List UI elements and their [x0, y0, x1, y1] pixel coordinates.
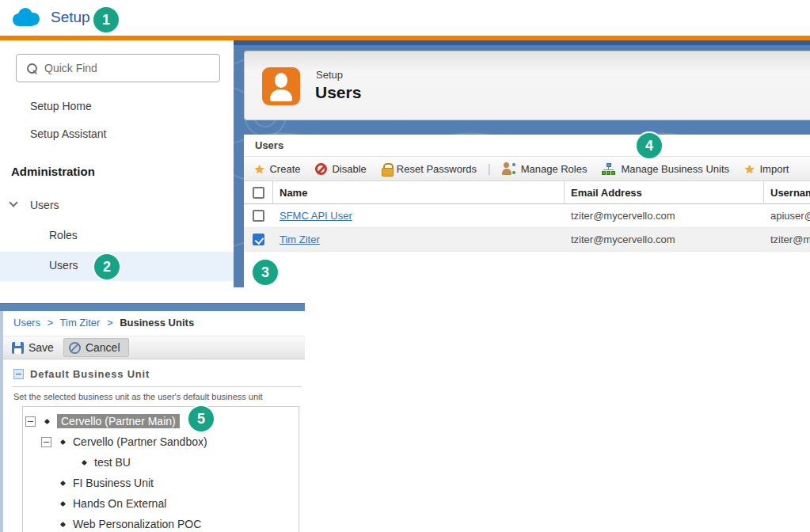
- table-row-tim-ziter[interactable]: Tim Ziter tziter@mycervello.com tziter@m: [244, 228, 810, 252]
- collapse-section-icon[interactable]: [13, 369, 24, 379]
- sidebar-group-users[interactable]: Users: [30, 199, 59, 211]
- header-eyebrow: Setup: [316, 69, 343, 81]
- tree-node-web-personalization-poc[interactable]: Web Personalization POC: [23, 514, 299, 532]
- tree-node-label[interactable]: test BU: [94, 456, 131, 469]
- section-description: Set the selected business unit as the us…: [13, 392, 263, 401]
- org-chart-icon: [602, 163, 616, 175]
- reset-passwords-button[interactable]: Reset Passwords: [382, 163, 477, 175]
- sidebar-item-roles[interactable]: Roles: [49, 229, 78, 241]
- tree-node-label[interactable]: Web Personalization POC: [73, 518, 201, 530]
- users-toolbar: ★ Create Disable Reset Passwords | Manag…: [244, 157, 810, 181]
- breadcrumb: Users > Tim Ziter > Business Units: [13, 317, 194, 329]
- collapse-node-icon[interactable]: [41, 437, 51, 447]
- business-units-panel: Users > Tim Ziter > Business Units Save …: [0, 303, 305, 532]
- collapse-node-icon[interactable]: [25, 416, 36, 427]
- panel-top-border: [0, 303, 305, 311]
- users-table-header: Name Email Address Username: [244, 181, 810, 204]
- tree-node-test-bu[interactable]: test BU: [23, 452, 299, 473]
- page-title: Users: [315, 83, 361, 102]
- sidebar-section-administration: Administration: [11, 165, 95, 178]
- import-star-icon: ★: [744, 163, 755, 175]
- sfmc-setup-screen: Setup Setup Home Setup Assistant Adminis…: [0, 0, 810, 532]
- users-list-card: Users ★ Create Disable Reset Passwords |: [244, 135, 810, 287]
- tree-node-cervello-partner-main[interactable]: Cervello (Partner Main): [23, 411, 299, 431]
- panel-top-strip: [234, 40, 810, 45]
- cancel-slash-icon: [69, 342, 81, 354]
- bullet-icon: [60, 500, 66, 506]
- disable-button[interactable]: Disable: [315, 163, 366, 175]
- table-row-sfmc-api-user[interactable]: SFMC API User tziter@mycervello.com apiu…: [244, 204, 810, 228]
- section-divider: [12, 386, 302, 387]
- bullet-icon: [44, 418, 50, 424]
- bullet-icon: [60, 480, 66, 485]
- create-button[interactable]: ★ Create: [254, 163, 300, 175]
- tree-node-fi-business-unit[interactable]: FI Business Unit: [23, 473, 299, 493]
- users-card-title: Users: [244, 139, 283, 151]
- row-checkbox-checked[interactable]: [253, 234, 264, 245]
- tree-node-label[interactable]: FI Business Unit: [73, 477, 154, 489]
- tree-node-label[interactable]: Cervello (Partner Sandbox): [73, 435, 207, 448]
- sidebar-item-setup-assistant[interactable]: Setup Assistant: [30, 127, 107, 140]
- chevron-down-icon[interactable]: [9, 198, 17, 207]
- user-name-link[interactable]: Tim Ziter: [280, 234, 320, 245]
- tree-node-label[interactable]: Hands On External: [73, 497, 166, 510]
- search-icon: [27, 63, 36, 73]
- create-star-icon: ★: [254, 163, 264, 175]
- user-email: tziter@mycervello.com: [565, 234, 764, 245]
- user-name-link[interactable]: SFMC API User: [280, 210, 352, 222]
- import-button[interactable]: ★ Import: [744, 163, 789, 175]
- top-bar: Setup: [0, 0, 810, 36]
- annotation-step-4: 4: [635, 131, 664, 160]
- breadcrumb-tim-ziter-link[interactable]: Tim Ziter: [60, 317, 101, 329]
- breadcrumb-current: Business Units: [120, 317, 194, 329]
- reset-password-lock-icon: [382, 163, 392, 175]
- manage-business-units-button[interactable]: Manage Business Units: [602, 163, 729, 175]
- bullet-icon: [82, 459, 87, 465]
- save-floppy-icon: [12, 342, 24, 354]
- quick-find-input[interactable]: [44, 62, 203, 74]
- manage-roles-person-icon: [502, 162, 516, 175]
- breadcrumb-separator: >: [107, 317, 113, 329]
- setup-users-header-card: Setup Users: [244, 51, 810, 120]
- users-card-title-row: Users: [244, 135, 810, 157]
- tree-node-label-selected[interactable]: Cervello (Partner Main): [57, 414, 180, 428]
- annotation-step-3: 3: [251, 258, 280, 287]
- breadcrumb-separator: >: [48, 317, 54, 329]
- section-title: Default Business Unit: [30, 368, 150, 380]
- business-unit-tree: Cervello (Partner Main) Cervello (Partne…: [22, 406, 299, 532]
- manage-roles-button[interactable]: Manage Roles: [502, 162, 588, 175]
- save-cancel-toolbar: Save Cancel: [3, 336, 305, 359]
- quick-find-searchbox[interactable]: [16, 54, 220, 82]
- annotation-step-5: 5: [187, 405, 215, 433]
- user-email: tziter@mycervello.com: [565, 210, 764, 222]
- column-header-email[interactable]: Email Address: [565, 181, 764, 204]
- salesforce-cloud-logo-icon: [10, 7, 42, 32]
- main-content-panel: Setup Users Users ★ Create Disable Reset: [234, 40, 810, 287]
- user-username: apiuser@: [764, 210, 810, 222]
- user-username: tziter@m: [764, 234, 810, 245]
- bullet-icon: [60, 439, 66, 444]
- default-business-unit-section: Default Business Unit: [13, 368, 150, 380]
- tree-node-hands-on-external[interactable]: Hands On External: [23, 493, 299, 514]
- setup-title: Setup: [51, 9, 90, 26]
- select-all-checkbox[interactable]: [253, 187, 264, 199]
- save-button[interactable]: Save: [7, 339, 59, 356]
- column-header-name[interactable]: Name: [273, 181, 565, 204]
- annotation-step-2: 2: [93, 253, 121, 281]
- tree-node-cervello-partner-sandbox[interactable]: Cervello (Partner Sandbox): [23, 431, 299, 452]
- column-header-username[interactable]: Username: [764, 181, 810, 204]
- users-person-icon: [262, 67, 300, 105]
- sidebar-item-users[interactable]: Users: [49, 259, 78, 272]
- sidebar-item-setup-home[interactable]: Setup Home: [30, 100, 92, 112]
- annotation-step-1: 1: [92, 6, 120, 34]
- row-checkbox[interactable]: [253, 210, 264, 222]
- breadcrumb-users-link[interactable]: Users: [13, 317, 40, 329]
- toolbar-separator: |: [488, 162, 491, 175]
- bullet-icon: [60, 521, 66, 526]
- disable-icon: [315, 163, 327, 175]
- cancel-button[interactable]: Cancel: [63, 338, 129, 357]
